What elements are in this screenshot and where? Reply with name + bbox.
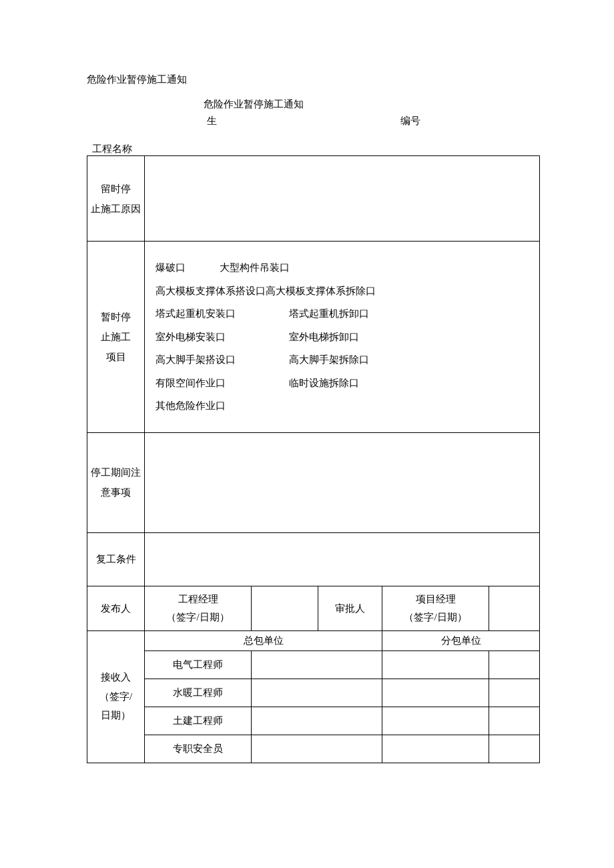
label-resume-cond: 复工条件	[87, 532, 145, 586]
field-elec-zongbao[interactable]	[252, 650, 382, 679]
field-stop-items[interactable]: 爆破口 大型构件吊装口 高大模板支撑体系搭设口高大模板支撑体系拆除口 塔式起重机…	[145, 242, 540, 433]
pm-engineer-l1: 工程经理	[145, 590, 251, 608]
proj-mgr-l1: 项目经理	[382, 590, 489, 608]
checkbox-confined-space[interactable]: 有限空间作业口	[156, 372, 289, 395]
label-civil-engineer: 土建工程师	[145, 707, 252, 735]
label-stop-items-l3: 项目	[87, 347, 144, 367]
recv-l1: 接收入	[87, 668, 144, 687]
label-electrical-engineer: 电气工程师	[145, 650, 252, 679]
project-name-label: 工程名称	[87, 143, 541, 155]
recv-l2: （签字/	[87, 687, 144, 707]
label-stop-items-l2: 止施工	[87, 327, 144, 347]
checkbox-elevator-install[interactable]: 室外电梯安装口	[156, 326, 289, 349]
checkbox-large-hoist[interactable]: 大型构件吊装口	[220, 256, 290, 280]
checkbox-formwork[interactable]: 高大模板支撑体系搭设口高大模板支撑体系拆除口	[156, 280, 376, 303]
label-safety-officer: 专职安全员	[145, 735, 252, 763]
label-stop-notes-l2: 意事项	[87, 482, 144, 502]
label-stop-reason: 留时停 止施工原因	[87, 156, 145, 242]
field-safety-fenbao-1[interactable]	[382, 735, 489, 763]
label-stop-items: 暂时停 止施工 项目	[87, 242, 145, 433]
top-title: 危险作业暂停施工通知	[87, 73, 541, 86]
field-elec-fenbao-1[interactable]	[382, 650, 489, 679]
header-fenbao: 分包单位	[382, 630, 540, 650]
checkbox-scaffold-remove[interactable]: 高大脚手架拆除口	[289, 348, 369, 372]
field-resume-cond[interactable]	[145, 532, 540, 586]
sheng-label: 生	[207, 115, 217, 127]
field-stop-notes[interactable]	[145, 432, 540, 532]
field-plumb-fenbao-2[interactable]	[489, 679, 540, 707]
document-header: 危险作业暂停施工通知	[87, 73, 541, 86]
label-approver: 审批人	[318, 586, 382, 630]
bianhao-label: 编号	[400, 115, 420, 127]
field-stop-reason[interactable]	[145, 156, 540, 242]
cell-proj-mgr: 项目经理 （签字/日期）	[382, 586, 489, 630]
proj-mgr-l2: （签字/日期）	[382, 608, 489, 626]
label-stop-notes: 停工期间注 意事项	[87, 432, 145, 532]
sub-header-line: 生 编号	[87, 115, 541, 129]
checkbox-other-danger[interactable]: 其他危险作业口	[156, 394, 226, 418]
label-receiver: 接收入 （签字/ 日期）	[87, 630, 145, 763]
checkbox-blasting[interactable]: 爆破口	[156, 256, 220, 280]
recv-l3: 日期）	[87, 706, 144, 725]
label-stop-items-l1: 暂时停	[87, 307, 144, 327]
field-plumb-zongbao[interactable]	[252, 679, 382, 707]
checkbox-elevator-remove[interactable]: 室外电梯拆卸口	[289, 326, 359, 349]
checkbox-scaffold-build[interactable]: 高大脚手架搭设口	[156, 348, 289, 372]
field-civil-zongbao[interactable]	[252, 707, 382, 735]
label-plumbing-engineer: 水暖工程师	[145, 679, 252, 707]
main-title: 危险作业暂停施工通知	[27, 98, 481, 111]
field-publisher-sign[interactable]	[252, 586, 318, 630]
label-publisher: 发布人	[87, 586, 145, 630]
form-table: 留时停 止施工原因 暂时停 止施工 项目 爆破口 大型构件吊装口 高大模板支撑体…	[87, 155, 540, 763]
checkbox-crane-install[interactable]: 塔式起重机安装口	[156, 302, 289, 326]
field-civil-fenbao-1[interactable]	[382, 707, 489, 735]
checkbox-crane-remove[interactable]: 塔式起重机拆卸口	[289, 302, 369, 326]
header-zongbao: 总包单位	[145, 630, 382, 650]
label-stop-reason-l1: 留时停	[87, 179, 144, 199]
label-stop-notes-l1: 停工期间注	[87, 462, 144, 482]
checkbox-temp-facility-remove[interactable]: 临时设施拆除口	[289, 372, 359, 395]
field-elec-fenbao-2[interactable]	[489, 650, 540, 679]
field-approver-sign[interactable]	[489, 586, 540, 630]
label-stop-reason-l2: 止施工原因	[87, 199, 144, 219]
field-safety-fenbao-2[interactable]	[489, 735, 540, 763]
pm-engineer-l2: （签字/日期）	[145, 608, 251, 626]
cell-pm-engineer: 工程经理 （签字/日期）	[145, 586, 252, 630]
field-civil-fenbao-2[interactable]	[489, 707, 540, 735]
field-plumb-fenbao-1[interactable]	[382, 679, 489, 707]
field-safety-zongbao[interactable]	[252, 735, 382, 763]
